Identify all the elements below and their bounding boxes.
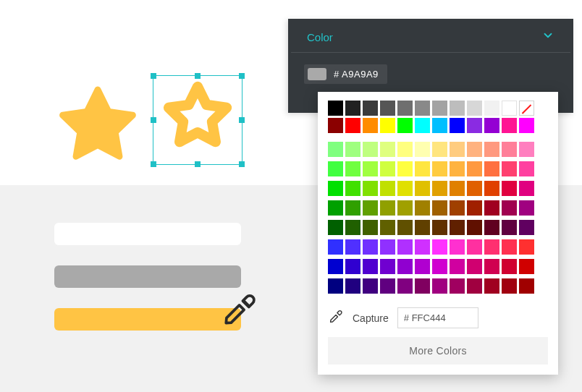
color-cell[interactable] — [415, 220, 430, 235]
panel-header[interactable]: Color — [291, 19, 570, 53]
color-cell[interactable] — [467, 239, 482, 255]
color-cell[interactable] — [450, 239, 465, 255]
color-cell[interactable] — [432, 239, 447, 255]
hex-input[interactable] — [397, 307, 478, 328]
color-cell[interactable] — [363, 101, 378, 116]
color-cell[interactable] — [467, 118, 482, 133]
color-cell[interactable] — [345, 142, 360, 157]
color-cell[interactable] — [519, 161, 534, 176]
list-item[interactable] — [54, 223, 241, 245]
color-cell[interactable] — [363, 200, 378, 216]
color-cell[interactable] — [345, 220, 360, 235]
color-cell[interactable] — [415, 278, 430, 294]
color-cell[interactable] — [484, 142, 499, 157]
list-item[interactable] — [54, 308, 241, 331]
color-cell[interactable] — [328, 181, 343, 196]
color-cell[interactable] — [397, 161, 413, 176]
color-cell[interactable] — [380, 181, 395, 196]
color-cell[interactable] — [345, 101, 360, 116]
color-cell[interactable] — [432, 200, 447, 216]
resize-handle-r[interactable] — [239, 117, 245, 123]
resize-handle-tr[interactable] — [239, 73, 245, 79]
color-cell[interactable] — [467, 101, 482, 116]
color-cell[interactable] — [415, 161, 430, 176]
color-cell[interactable] — [502, 181, 517, 196]
color-cell[interactable] — [363, 259, 378, 274]
resize-handle-b[interactable] — [195, 161, 201, 167]
color-cell[interactable] — [484, 278, 499, 294]
color-cell[interactable] — [363, 181, 378, 196]
color-cell[interactable] — [502, 220, 517, 235]
color-cell[interactable] — [502, 142, 517, 157]
color-cell[interactable] — [380, 220, 395, 235]
color-cell[interactable] — [397, 200, 413, 216]
color-cell[interactable] — [397, 239, 413, 255]
color-cell[interactable] — [450, 200, 465, 216]
color-cell[interactable] — [502, 239, 517, 255]
color-cell[interactable] — [397, 220, 413, 235]
color-cell[interactable] — [415, 259, 430, 274]
color-cell[interactable] — [519, 278, 534, 294]
color-cell[interactable] — [484, 101, 499, 116]
color-cell[interactable] — [432, 278, 447, 294]
color-cell[interactable] — [450, 142, 465, 157]
color-cell[interactable] — [328, 101, 343, 116]
color-cell[interactable] — [432, 181, 447, 196]
color-cell[interactable] — [380, 161, 395, 176]
color-cell[interactable] — [328, 239, 343, 255]
resize-handle-br[interactable] — [239, 161, 245, 167]
color-cell[interactable] — [467, 220, 482, 235]
color-cell[interactable] — [363, 278, 378, 294]
color-cell[interactable] — [328, 259, 343, 274]
color-cell[interactable] — [502, 278, 517, 294]
color-cell[interactable] — [345, 200, 360, 216]
eyedropper-tool-icon[interactable] — [221, 292, 257, 328]
color-cell[interactable] — [502, 161, 517, 176]
color-cell[interactable] — [415, 118, 430, 133]
color-cell[interactable] — [397, 259, 413, 274]
color-cell[interactable] — [345, 239, 360, 255]
color-cell[interactable] — [432, 101, 447, 116]
color-cell[interactable] — [484, 118, 499, 133]
resize-handle-t[interactable] — [195, 73, 201, 79]
color-cell[interactable] — [502, 101, 517, 116]
color-cell[interactable] — [432, 161, 447, 176]
eyedropper-icon[interactable] — [328, 309, 344, 328]
color-cell[interactable] — [363, 239, 378, 255]
color-cell[interactable] — [450, 118, 465, 133]
color-cell[interactable] — [432, 142, 447, 157]
color-cell[interactable] — [519, 118, 534, 133]
color-cell[interactable] — [450, 161, 465, 176]
color-cell[interactable] — [380, 278, 395, 294]
color-cell[interactable] — [450, 181, 465, 196]
color-cell[interactable] — [345, 161, 360, 176]
color-cell[interactable] — [363, 142, 378, 157]
color-cell[interactable] — [328, 142, 343, 157]
color-cell[interactable] — [397, 101, 413, 116]
color-cell[interactable] — [397, 142, 413, 157]
color-cell[interactable] — [467, 181, 482, 196]
color-cell[interactable] — [380, 259, 395, 274]
color-cell[interactable] — [415, 181, 430, 196]
color-cell[interactable] — [328, 200, 343, 216]
color-cell[interactable] — [467, 142, 482, 157]
more-colors-button[interactable]: More Colors — [328, 337, 548, 365]
color-cell[interactable] — [415, 239, 430, 255]
color-cell[interactable] — [502, 118, 517, 133]
color-cell[interactable] — [519, 142, 534, 157]
color-cell[interactable] — [502, 259, 517, 274]
color-cell[interactable] — [467, 278, 482, 294]
color-cell[interactable] — [328, 278, 343, 294]
color-cell[interactable] — [484, 181, 499, 196]
color-cell[interactable] — [380, 118, 395, 133]
color-chip[interactable]: # A9A9A9 — [304, 64, 387, 84]
color-cell[interactable] — [484, 259, 499, 274]
star-filled-icon[interactable] — [54, 80, 141, 166]
color-cell[interactable] — [380, 239, 395, 255]
color-cell[interactable] — [328, 220, 343, 235]
color-cell[interactable] — [432, 220, 447, 235]
color-cell[interactable] — [415, 200, 430, 216]
color-cell[interactable] — [484, 239, 499, 255]
list-item[interactable] — [54, 265, 241, 288]
color-cell[interactable] — [484, 220, 499, 235]
